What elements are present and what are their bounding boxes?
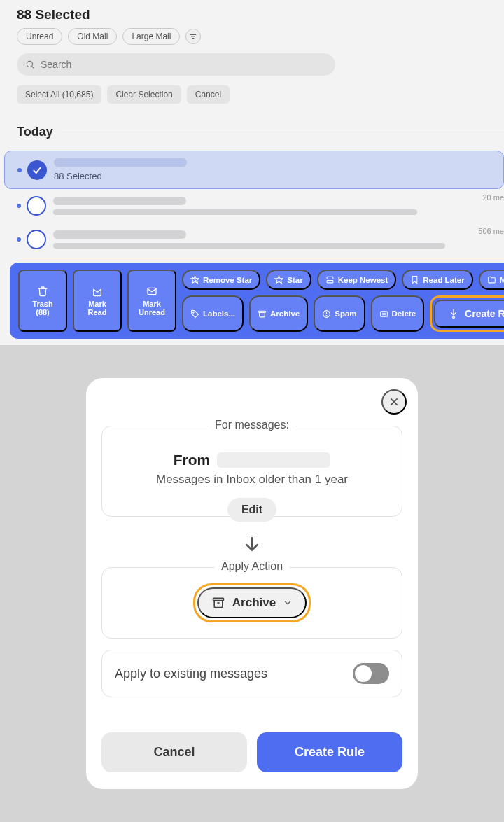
mail-open-icon — [92, 286, 103, 297]
bookmark-icon — [410, 275, 419, 284]
cancel-button[interactable]: Cancel — [102, 732, 247, 772]
filter-large-mail[interactable]: Large Mail — [122, 28, 180, 45]
trash-icon — [37, 286, 48, 297]
delete-mail-icon — [379, 309, 388, 319]
checkbox-checked[interactable] — [27, 160, 47, 180]
selected-count-label: 88 Selected — [54, 171, 503, 181]
inbox-panel: 88 Selected Unread Old Mail Large Mail S… — [0, 0, 504, 345]
star-button[interactable]: Star — [266, 270, 311, 290]
labels-button[interactable]: Labels... — [182, 295, 244, 332]
skeleton-line — [53, 209, 417, 215]
alert-icon — [322, 309, 331, 319]
bulk-action-bar: Trash (88) Mark Read Mark Unread Remove … — [10, 263, 504, 339]
section-header: Today — [17, 125, 504, 139]
filter-old-mail[interactable]: Old Mail — [68, 28, 117, 45]
svg-rect-10 — [327, 281, 333, 283]
create-rule-button[interactable]: Create Rule — [434, 300, 504, 328]
condition-card-title: For messages: — [208, 419, 296, 431]
email-body: 88 Selected — [54, 158, 503, 181]
keep-newest-button[interactable]: Keep Newest — [317, 270, 397, 290]
search-icon — [25, 60, 35, 69]
filter-row: Unread Old Mail Large Mail — [17, 28, 504, 45]
condition-card: For messages: From Messages in Inbox old… — [102, 426, 402, 517]
section-title-today: Today — [17, 125, 53, 139]
delete-button[interactable]: Delete — [371, 295, 425, 332]
action-card-title: Apply Action — [214, 560, 290, 573]
toggle-knob — [355, 665, 372, 682]
modal-actions: Cancel Create Rule — [102, 732, 402, 772]
stack-icon — [326, 275, 335, 284]
remove-star-label: Remove Star — [203, 276, 252, 284]
keep-newest-label: Keep Newest — [338, 276, 388, 284]
close-icon — [388, 396, 400, 407]
email-row[interactable]: 506 me — [8, 223, 504, 256]
remove-star-button[interactable]: Remove Star — [182, 270, 260, 290]
action-select[interactable]: Archive — [197, 587, 307, 618]
mark-read-label: Mark Read — [81, 300, 113, 316]
action-value: Archive — [232, 596, 276, 610]
condition-text: Messages in Inbox older than 1 year — [115, 473, 389, 487]
action-select-highlight: Archive — [193, 583, 311, 622]
mark-unread-button[interactable]: Mark Unread — [127, 270, 176, 332]
svg-point-16 — [326, 315, 327, 316]
spam-button[interactable]: Spam — [314, 295, 365, 332]
trash-button[interactable]: Trash (88) — [18, 270, 67, 332]
close-button[interactable] — [382, 389, 407, 415]
cancel-selection-button[interactable]: Cancel — [187, 85, 230, 104]
select-all-button[interactable]: Select All (10,685) — [17, 85, 102, 104]
archive-icon — [258, 309, 267, 319]
archive-label: Archive — [270, 309, 300, 318]
spam-label: Spam — [335, 309, 356, 318]
mark-unread-label: Mark Unread — [136, 300, 168, 316]
mail-icon — [146, 286, 158, 297]
unread-dot-icon — [18, 168, 22, 172]
arrow-down-icon — [243, 535, 261, 553]
filter-unread[interactable]: Unread — [17, 28, 62, 45]
folder-icon — [487, 275, 496, 284]
filter-icon — [189, 32, 197, 41]
email-row-selected[interactable]: 88 Selected — [4, 151, 504, 189]
email-body — [53, 230, 504, 249]
svg-line-4 — [32, 67, 34, 69]
rule-icon — [448, 308, 459, 319]
check-icon — [31, 165, 43, 176]
page-title: 88 Selected — [17, 7, 504, 22]
archive-button[interactable]: Archive — [249, 295, 308, 332]
read-later-button[interactable]: Read Later — [402, 270, 472, 290]
clear-selection-button[interactable]: Clear Selection — [107, 85, 181, 104]
create-rule-submit-button[interactable]: Create Rule — [257, 732, 402, 772]
tag-icon — [190, 309, 200, 319]
modal-backdrop: For messages: From Messages in Inbox old… — [0, 345, 504, 822]
row-meta: 506 me — [478, 227, 504, 235]
chevron-down-icon — [283, 598, 293, 608]
unread-dot-icon — [17, 237, 21, 242]
unread-dot-icon — [17, 204, 21, 208]
filter-settings-button[interactable] — [186, 29, 201, 44]
row-meta: 20 me — [482, 193, 504, 202]
search-input[interactable] — [41, 59, 327, 70]
svg-rect-24 — [213, 598, 223, 600]
labels-label: Labels... — [203, 309, 235, 318]
email-row[interactable]: 20 me — [8, 189, 504, 223]
create-rule-label: Create Rule — [465, 308, 504, 319]
archive-icon — [211, 596, 225, 610]
skeleton-line — [53, 243, 445, 249]
mark-read-button[interactable]: Mark Read — [73, 270, 122, 332]
edit-condition-button[interactable]: Edit — [227, 498, 276, 522]
section-divider — [62, 132, 504, 132]
star-icon — [274, 275, 284, 284]
search-bar[interactable] — [17, 53, 335, 76]
apply-existing-toggle[interactable] — [353, 663, 389, 684]
star-label: Star — [287, 276, 302, 284]
skeleton-line — [53, 230, 186, 239]
svg-rect-9 — [327, 277, 333, 279]
checkbox-empty[interactable] — [27, 196, 46, 216]
from-label: From — [174, 452, 211, 468]
create-rule-modal: For messages: From Messages in Inbox old… — [86, 378, 418, 789]
move-button[interactable]: Move... — [479, 270, 504, 290]
read-later-label: Read Later — [423, 276, 464, 284]
email-body — [53, 197, 504, 215]
svg-rect-12 — [259, 311, 266, 312]
apply-existing-row: Apply to existing messages — [102, 650, 402, 697]
checkbox-empty[interactable] — [27, 230, 46, 249]
